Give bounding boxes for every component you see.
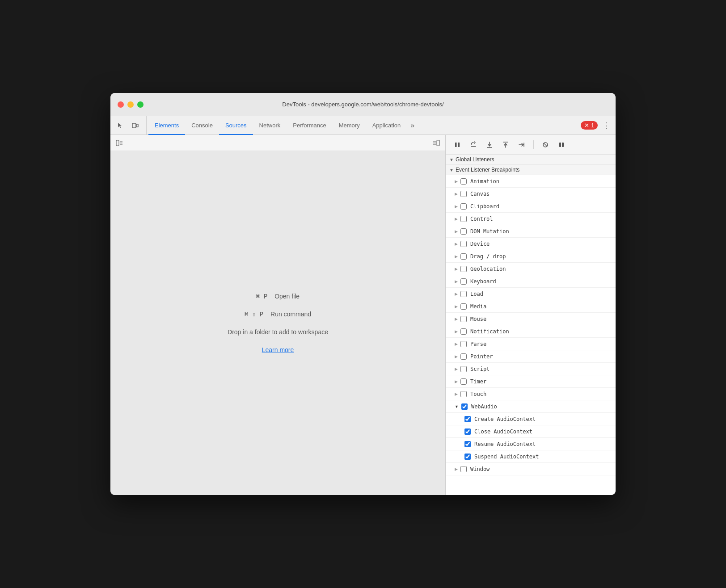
bp-checkbox-load[interactable]	[460, 291, 467, 297]
bp-checkbox-dom-mutation[interactable]	[460, 228, 467, 235]
bp-item-mouse[interactable]: ▶ Mouse	[446, 313, 616, 325]
bp-item-clipboard[interactable]: ▶ Clipboard	[446, 200, 616, 213]
maximize-button[interactable]	[137, 101, 144, 108]
global-listeners-section[interactable]: ▼ Global Listeners	[446, 155, 616, 165]
bp-item-keyboard[interactable]: ▶ Keyboard	[446, 275, 616, 288]
bp-checkbox-close-audiocontext[interactable]	[464, 428, 471, 435]
more-tabs-button[interactable]: »	[407, 116, 418, 134]
bp-checkbox-device[interactable]	[460, 241, 467, 247]
bp-item-pointer[interactable]: ▶ Pointer	[446, 350, 616, 363]
pause-button[interactable]	[451, 139, 464, 151]
bp-item-canvas[interactable]: ▶ Canvas	[446, 188, 616, 200]
show-debugger-icon[interactable]	[431, 138, 442, 148]
bp-item-geolocation[interactable]: ▶ Geolocation	[446, 263, 616, 275]
bp-checkbox-geolocation[interactable]	[460, 266, 467, 272]
bp-label-touch: Touch	[470, 391, 486, 397]
bp-label-resume-audiocontext: Resume AudioContext	[474, 441, 536, 447]
bp-checkbox-drag-drop[interactable]	[460, 253, 467, 260]
bp-checkbox-suspend-audiocontext[interactable]	[464, 454, 471, 460]
tab-sources[interactable]: Sources	[219, 117, 253, 135]
pause-on-exceptions-button[interactable]	[555, 139, 568, 151]
bp-item-parse[interactable]: ▶ Parse	[446, 338, 616, 350]
bp-label-notification: Notification	[470, 328, 509, 335]
bp-item-animation[interactable]: ▶ Animation	[446, 175, 616, 188]
bp-checkbox-pointer[interactable]	[460, 353, 467, 360]
bp-item-suspend-audiocontext[interactable]: Suspend AudioContext	[446, 450, 616, 463]
minimize-button[interactable]	[127, 101, 134, 108]
event-listener-section-header[interactable]: ▼ Event Listener Breakpoints	[446, 165, 616, 175]
step-button[interactable]	[515, 139, 528, 151]
bp-arrow-parse: ▶	[455, 342, 458, 346]
show-navigator-icon[interactable]	[114, 138, 125, 148]
error-badge[interactable]: ✕ 1	[581, 121, 598, 130]
bp-checkbox-resume-audiocontext[interactable]	[464, 441, 471, 447]
toolbar-separator	[533, 140, 534, 149]
bp-checkbox-script[interactable]	[460, 366, 467, 372]
bp-checkbox-timer[interactable]	[460, 378, 467, 385]
bp-label-dom-mutation: DOM Mutation	[470, 228, 509, 235]
bp-checkbox-control[interactable]	[460, 216, 467, 222]
bp-item-device[interactable]: ▶ Device	[446, 238, 616, 250]
bp-item-timer[interactable]: ▶ Timer	[446, 375, 616, 388]
bp-checkbox-window[interactable]	[460, 466, 467, 472]
bp-checkbox-parse[interactable]	[460, 341, 467, 347]
bp-item-control[interactable]: ▶ Control	[446, 213, 616, 225]
bp-item-script[interactable]: ▶ Script	[446, 363, 616, 375]
tab-bar-right: ✕ 1 ⋮	[581, 116, 612, 134]
bp-item-load[interactable]: ▶ Load	[446, 288, 616, 300]
bp-checkbox-webaudio[interactable]	[461, 403, 468, 410]
bp-arrow-clipboard: ▶	[455, 204, 458, 209]
bp-checkbox-notification[interactable]	[460, 328, 467, 335]
bp-item-notification[interactable]: ▶ Notification	[446, 325, 616, 338]
bp-item-touch[interactable]: ▶ Touch	[446, 388, 616, 400]
bp-checkbox-mouse[interactable]	[460, 316, 467, 322]
debugger-toolbar	[446, 135, 616, 155]
bp-item-close-audiocontext[interactable]: Close AudioContext	[446, 425, 616, 438]
bp-checkbox-clipboard[interactable]	[460, 203, 467, 210]
bp-label-webaudio: WebAudio	[471, 403, 497, 410]
step-out-button[interactable]	[499, 139, 512, 151]
bp-checkbox-create-audiocontext[interactable]	[464, 416, 471, 422]
global-listeners-label: Global Listeners	[456, 156, 494, 163]
open-file-key: ⌘ P	[256, 293, 267, 300]
bp-item-media[interactable]: ▶ Media	[446, 300, 616, 313]
bp-label-timer: Timer	[470, 378, 486, 385]
tab-elements[interactable]: Elements	[148, 117, 185, 135]
step-into-button[interactable]	[483, 139, 496, 151]
bp-arrow-script: ▶	[455, 367, 458, 371]
bp-item-resume-audiocontext[interactable]: Resume AudioContext	[446, 438, 616, 450]
shortcut-open-file: ⌘ P Open file	[256, 293, 300, 300]
tab-performance[interactable]: Performance	[287, 117, 332, 135]
bp-checkbox-media[interactable]	[460, 303, 467, 310]
deactivate-breakpoints-button[interactable]	[539, 139, 552, 151]
bp-item-create-audiocontext[interactable]: Create AudioContext	[446, 413, 616, 425]
bp-arrow-canvas: ▶	[455, 192, 458, 196]
breakpoints-list: ▼ Global Listeners ▼ Event Listener Brea…	[446, 155, 616, 495]
bp-checkbox-animation[interactable]	[460, 178, 467, 185]
bp-checkbox-keyboard[interactable]	[460, 278, 467, 285]
bp-label-media: Media	[470, 303, 486, 310]
event-listener-label: Event Listener Breakpoints	[456, 167, 519, 173]
more-options-button[interactable]: ⋮	[600, 120, 612, 131]
step-over-button[interactable]	[467, 139, 480, 151]
tab-application[interactable]: Application	[366, 117, 407, 135]
bp-item-webaudio[interactable]: ▼ WebAudio	[446, 400, 616, 413]
learn-more-link[interactable]: Learn more	[262, 346, 294, 353]
bp-item-dom-mutation[interactable]: ▶ DOM Mutation	[446, 225, 616, 238]
bp-item-window[interactable]: ▶ Window	[446, 463, 616, 475]
tab-network[interactable]: Network	[253, 117, 287, 135]
global-listeners-arrow: ▼	[449, 157, 454, 162]
bp-arrow-load: ▶	[455, 292, 458, 296]
bp-arrow-keyboard: ▶	[455, 279, 458, 284]
bp-arrow-pointer: ▶	[455, 354, 458, 359]
tab-memory[interactable]: Memory	[333, 117, 366, 135]
bp-item-drag-drop[interactable]: ▶ Drag / drop	[446, 250, 616, 263]
bp-label-clipboard: Clipboard	[470, 203, 499, 210]
cursor-icon[interactable]	[114, 120, 126, 131]
bp-label-keyboard: Keyboard	[470, 278, 496, 285]
bp-checkbox-canvas[interactable]	[460, 191, 467, 197]
bp-checkbox-touch[interactable]	[460, 391, 467, 397]
close-button[interactable]	[118, 101, 124, 108]
device-toggle-icon[interactable]	[129, 120, 141, 131]
tab-console[interactable]: Console	[185, 117, 219, 135]
